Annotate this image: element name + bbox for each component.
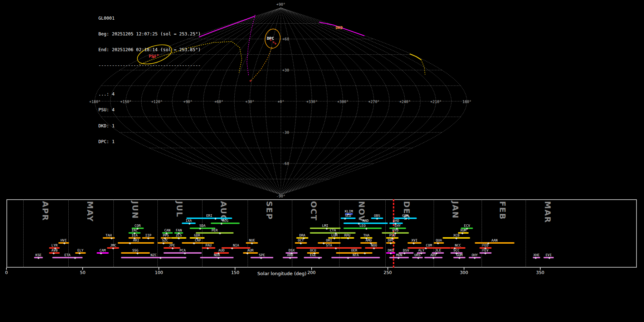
x-tick-label: 200 [304,270,319,275]
shower-bar-leo [343,228,382,229]
shower-label-nzc: NZC [151,253,157,257]
shower-label-kcg: KCG [222,219,228,223]
shower-peak-marker-lmi: + [326,226,328,230]
separator-line: -------------------------------------- [98,63,201,68]
shower-bar-aan [475,242,514,244]
month-boundary-sep [248,199,248,268]
shower-bar-sld [341,218,356,219]
shower-peak-marker-qua: + [437,241,439,245]
x-tick-label: 300 [456,270,472,275]
month-label-feb: FEB [498,201,507,220]
shower-peak-marker-per: + [219,231,221,235]
sky-map: +180°+150°+120°+90°+60°+30°+0°+330°+300°… [0,0,644,199]
shower-drift-track [199,16,255,37]
shower-peak-marker-dkd: + [390,251,392,255]
shower-peak-marker-zcs: + [177,236,180,240]
shower-peak-marker-ssg: + [136,251,139,255]
shower-peak-marker-iip: + [147,236,150,240]
month-label-jun: JUN [131,201,140,219]
shower-peak-marker-rpu: + [347,236,350,240]
shower-peak-marker-ari: + [129,241,131,245]
shower-label-aan: AAN [492,238,498,242]
shower-peak-marker-sld: + [344,216,346,220]
lon-tick-label: 180° [462,99,471,104]
shower-peak-marker-ohy: + [473,256,476,260]
shower-bar-aur [243,252,258,254]
shower-bar-nta [331,257,380,258]
month-boundary-apr [23,199,24,268]
observation-info: GL0001 Beg: 20251205 12:07:25 (sol = 253… [98,5,201,155]
shower-peak-marker-ely: + [78,251,81,255]
lon-tick-label: +0° [278,99,284,104]
north-pole-label: +90° [276,2,285,6]
shower-peak-marker-tah: + [111,236,113,240]
x-tick [6,268,7,270]
x-tick [311,268,312,270]
lat-tick-label: -60 [282,161,289,166]
shower-peak-marker-pca: + [184,251,186,255]
shower-peak-marker-mon: + [397,256,400,260]
shower-bar-nzc [121,257,186,258]
count-dpc: DPC: 1 [98,139,201,145]
shower-peak-marker-aur: + [246,251,249,255]
shower-peak-marker-ard: + [289,256,292,260]
shower-peak-marker-nue: + [251,241,253,245]
count-psu: PSU: 4 [98,107,201,113]
shower-peak-marker-sda: + [199,226,201,230]
shower-peak-marker-cam: + [100,251,102,255]
shower-label-nia: NIA [233,243,239,247]
shower-peak-marker-obs: + [376,216,379,220]
shower-bar-nia [221,247,250,249]
shower-peak-marker-oct: + [299,241,302,245]
x-tick [82,268,83,270]
shower-peak-marker-kcg: + [220,221,223,225]
shower-peak-marker-xum: + [461,231,464,235]
shower-bar-pca [164,252,202,254]
lat-tick-label: +30 [282,68,289,72]
shower-peak-marker-nzc: + [159,256,162,260]
shower-peak-marker-avb: + [53,251,55,255]
shower-peak-marker-urs: + [417,256,420,260]
app-root: +180°+150°+120°+90°+60°+30°+0°+330°+300°… [0,0,644,322]
x-tick-label: 0 [0,270,14,275]
shower-peak-marker-eri: + [214,216,217,220]
shower-peak-marker-lum: + [333,236,336,240]
count-dkd: DKD: 1 [98,123,201,129]
shower-bar-com [408,247,450,249]
shower-label-ari: ARI [133,238,139,242]
shower-peak-marker-ixa: + [188,221,191,225]
shower-peak-marker-xcb: + [455,236,458,240]
shower-peak-marker-spe: + [260,256,263,260]
x-tick [464,268,464,270]
shower-label-nta: NTA [353,253,359,257]
activity-timeline: APRMAYJUNJULAUGSEPOCTNOVDECJANFEBMARKLIM… [6,199,637,268]
shower-label-oer: OER [351,248,357,252]
shower-bar-cam [97,252,109,254]
spacer [98,79,201,81]
shower-peak-marker-cap: + [193,241,195,245]
shower-drift-track [252,47,272,80]
shower-peak-marker-xhe: + [535,256,537,260]
shower-drift-track [421,60,425,74]
shower-peak-marker-com: + [425,246,427,250]
lon-tick-label: +30° [245,99,254,104]
x-tick-label: 250 [380,270,396,275]
lon-tick-label: +60° [214,99,223,104]
lon-tick-label: +300° [337,99,348,104]
shower-peak-marker-jmc: + [112,246,114,250]
month-boundary-feb [482,199,482,268]
shower-peak-marker-hvi: + [63,241,66,245]
shower-peak-marker-nia: + [231,246,234,250]
station-id: GL0001 [98,16,201,21]
month-boundary-mar [526,199,526,268]
x-tick [235,268,235,270]
shower-label-eri: ERI [206,214,212,218]
end-time: End: 20251206 02:18:14 (sol = 253.85°) [98,47,201,53]
shower-peak-marker-kse: + [37,256,40,260]
month-label-sep: SEP [265,201,274,220]
month-label-apr: APR [41,201,50,221]
lat-tick-label: +60 [282,37,289,41]
shower-peak-marker-jpe: + [171,246,174,250]
month-label-jul: JUL [175,201,184,218]
month-label-oct: OCT [309,201,318,221]
